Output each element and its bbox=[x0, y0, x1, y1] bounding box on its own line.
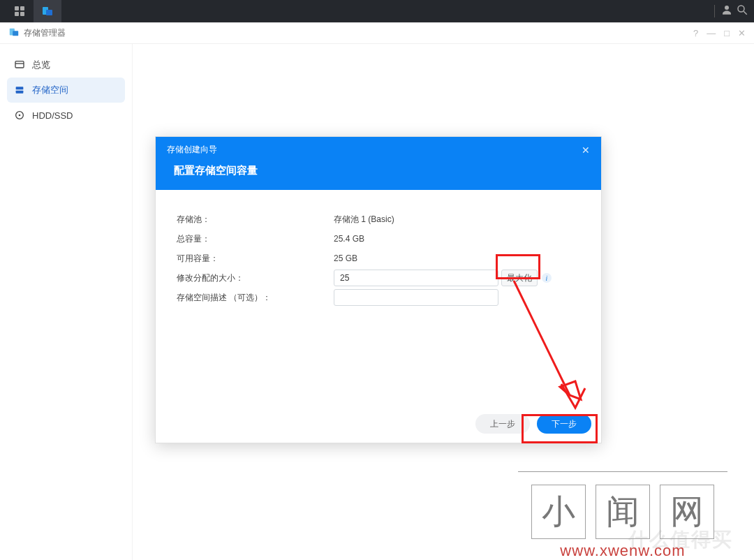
modify-size-label: 修改分配的大小： bbox=[177, 272, 334, 284]
previous-button[interactable]: 上一步 bbox=[475, 414, 530, 434]
svg-point-6 bbox=[725, 6, 729, 10]
sidebar-item-label: 总览 bbox=[32, 59, 50, 71]
sidebar-item-label: HDD/SSD bbox=[32, 110, 73, 121]
allocated-size-input[interactable] bbox=[334, 270, 498, 286]
maximize-button[interactable]: 最大化 bbox=[501, 270, 538, 286]
app-titlebar: 存储管理器 ? — □ ✕ bbox=[0, 23, 754, 44]
svg-point-16 bbox=[19, 115, 21, 117]
dialog-title: 存储创建向导 bbox=[167, 144, 217, 156]
info-icon[interactable]: i bbox=[542, 273, 552, 283]
svg-rect-0 bbox=[15, 6, 19, 10]
sidebar-item-overview[interactable]: 总览 bbox=[7, 52, 125, 78]
next-button[interactable]: 下一步 bbox=[537, 414, 591, 434]
svg-rect-1 bbox=[20, 6, 24, 10]
svg-line-8 bbox=[744, 11, 747, 15]
system-top-bar bbox=[0, 0, 754, 22]
pool-value: 存储池 1 (Basic) bbox=[334, 214, 580, 226]
close-icon[interactable]: ✕ bbox=[738, 28, 746, 38]
svg-rect-13 bbox=[16, 87, 24, 89]
sidebar: 总览 存储空间 HDD/SSD bbox=[0, 44, 133, 560]
watermark-faint: 什么值得买 bbox=[628, 526, 733, 553]
svg-rect-5 bbox=[46, 10, 52, 15]
app-title: 存储管理器 bbox=[24, 27, 66, 39]
total-capacity-label: 总容量： bbox=[177, 233, 334, 245]
svg-rect-11 bbox=[15, 61, 24, 68]
available-capacity-label: 可用容量： bbox=[177, 253, 334, 265]
total-capacity-value: 25.4 GB bbox=[334, 234, 580, 244]
sidebar-item-hdd-ssd[interactable]: HDD/SSD bbox=[7, 103, 125, 128]
app-icon bbox=[8, 27, 20, 40]
svg-point-7 bbox=[738, 6, 744, 12]
description-input[interactable] bbox=[334, 289, 498, 306]
help-icon[interactable]: ? bbox=[693, 28, 698, 38]
dialog-subtitle: 配置存储空间容量 bbox=[156, 160, 601, 190]
svg-rect-3 bbox=[20, 12, 24, 16]
dialog-close-icon[interactable]: ✕ bbox=[582, 145, 590, 156]
minimize-icon[interactable]: — bbox=[707, 28, 716, 38]
available-capacity-value: 25 GB bbox=[334, 253, 580, 263]
sidebar-item-label: 存储空间 bbox=[32, 84, 68, 96]
svg-rect-14 bbox=[16, 91, 24, 94]
storage-creation-wizard-dialog: 存储创建向导 ✕ 配置存储空间容量 存储池： 存储池 1 (Basic) 总容量… bbox=[155, 136, 602, 443]
pool-label: 存储池： bbox=[177, 214, 334, 226]
svg-rect-10 bbox=[13, 31, 18, 36]
apps-grid-icon[interactable] bbox=[6, 0, 34, 22]
storage-manager-taskbar-icon[interactable] bbox=[34, 0, 61, 22]
maximize-icon[interactable]: □ bbox=[724, 28, 730, 38]
description-label: 存储空间描述 （可选）： bbox=[177, 292, 334, 304]
svg-rect-2 bbox=[15, 12, 19, 16]
search-icon[interactable] bbox=[736, 3, 748, 19]
sidebar-item-storage[interactable]: 存储空间 bbox=[7, 78, 125, 103]
user-icon[interactable] bbox=[720, 3, 733, 19]
